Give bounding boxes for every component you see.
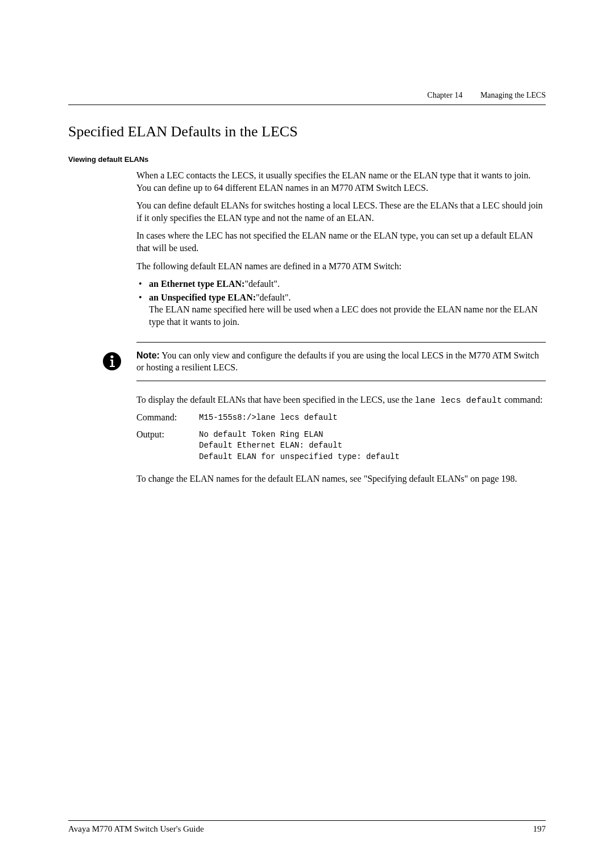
note-rule-bottom <box>136 381 546 381</box>
text-run: command: <box>502 395 543 404</box>
footer-left: Avaya M770 ATM Switch User's Guide <box>68 824 204 834</box>
bullet-list: an Ethernet type ELAN:"default". an Unsp… <box>136 278 546 328</box>
footer-rule <box>68 820 546 821</box>
header-rule <box>68 105 546 105</box>
subsection-title: Viewing default ELANs <box>68 155 546 164</box>
bullet-subtext: The ELAN name specified here will be use… <box>149 303 546 328</box>
footer-row: Avaya M770 ATM Switch User's Guide 197 <box>68 824 546 834</box>
command-label: Command: <box>136 412 199 424</box>
page-footer: Avaya M770 ATM Switch User's Guide 197 <box>68 820 546 834</box>
bullet-tail: "default". <box>256 293 291 302</box>
paragraph: In cases where the LEC has not specified… <box>136 229 546 254</box>
header-chapter: Chapter 14 <box>428 91 463 99</box>
list-item: an Unspecified type ELAN:"default". The … <box>136 291 546 328</box>
command-value: M15-155s8:/>lane lecs default <box>199 412 338 424</box>
note-label: Note: <box>136 350 160 360</box>
note-body: You can only view and configure the defa… <box>136 350 539 373</box>
paragraph: When a LEC contacts the LECS, it usually… <box>136 169 546 194</box>
paragraph: To change the ELAN names for the default… <box>136 473 546 485</box>
header-title: Managing the LECS <box>480 91 546 99</box>
bullet-bold: an Ethernet type ELAN: <box>149 279 244 289</box>
page-header: Chapter 14 Managing the LECS <box>68 91 546 100</box>
note-block: Note: You can only view and configure th… <box>136 342 546 381</box>
output-value: No default Token Ring ELAN Default Ether… <box>199 429 400 463</box>
output-row: Output: No default Token Ring ELAN Defau… <box>136 429 546 463</box>
bullet-tail: "default". <box>244 279 279 289</box>
note-text: Note: You can only view and configure th… <box>136 349 546 374</box>
inline-code: lane lecs default <box>415 396 502 406</box>
info-icon <box>102 352 122 371</box>
section-title: Specified ELAN Defaults in the LECS <box>68 123 546 140</box>
command-block: Command: M15-155s8:/>lane lecs default O… <box>136 412 546 462</box>
paragraph: To display the default ELANs that have b… <box>136 394 546 407</box>
body-block: When a LEC contacts the LECS, it usually… <box>136 169 546 485</box>
bullet-bold: an Unspecified type ELAN: <box>149 293 256 302</box>
command-row: Command: M15-155s8:/>lane lecs default <box>136 412 546 424</box>
output-label: Output: <box>136 429 199 463</box>
note-row: Note: You can only view and configure th… <box>136 343 546 381</box>
paragraph: You can define default ELANs for switche… <box>136 199 546 224</box>
paragraph: The following default ELAN names are def… <box>136 260 546 273</box>
text-run: To display the default ELANs that have b… <box>136 395 415 404</box>
svg-point-1 <box>110 356 113 358</box>
list-item: an Ethernet type ELAN:"default". <box>136 278 546 290</box>
footer-page-number: 197 <box>533 824 546 834</box>
